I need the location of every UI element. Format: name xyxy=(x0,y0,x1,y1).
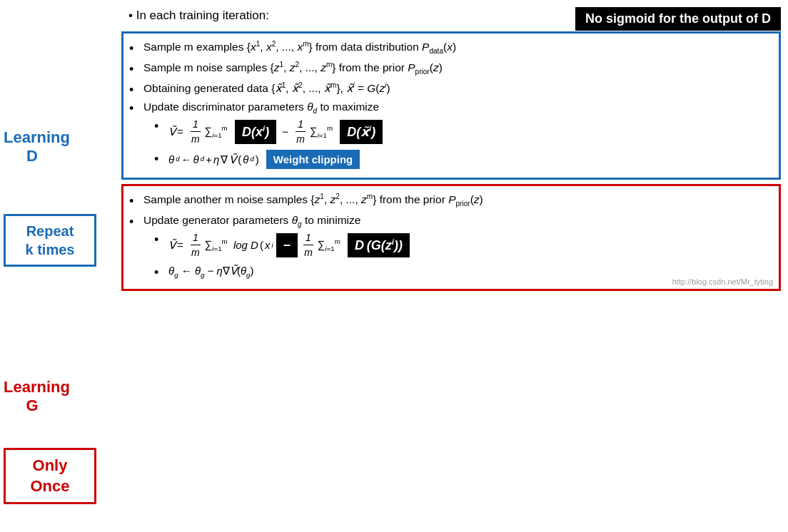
d-bullet-3: Obtaining generated data {x̃1, x̃2, ...,… xyxy=(129,81,770,97)
no-sigmoid-banner: No sigmoid for the output of D xyxy=(575,7,781,31)
d-xi-box: D(xi) xyxy=(235,120,276,144)
repeat-box: Repeat k times xyxy=(4,214,96,267)
d-bullet-4: Update discriminator parameters θd to ma… xyxy=(129,99,770,169)
d-formula-v: Ṽ = 1 m ∑i=1m D(xi) − 1 xyxy=(143,117,770,147)
frac-1: 1 m xyxy=(189,117,202,147)
g-bullet-2: Update generator parameters θg to minimi… xyxy=(129,213,770,280)
d-sub-list: Ṽ = 1 m ∑i=1m D(xi) − 1 xyxy=(143,117,770,169)
learning-g-label: Learning G xyxy=(4,378,61,416)
g-sub-list: Ṽ = 1 m ∑i=1m log D(xi − 1 xyxy=(143,230,770,280)
frac-g-1: 1 m xyxy=(189,230,202,260)
v-formula-line: Ṽ = 1 m ∑i=1m D(xi) − 1 xyxy=(168,117,770,147)
g-bullet-1: Sample another m noise samples {z1, z2, … xyxy=(129,192,770,210)
red-section: Sample another m noise samples {z1, z2, … xyxy=(121,184,781,290)
frac-g-2: 1 m xyxy=(302,230,315,260)
only-once-box: Only Once xyxy=(4,448,96,504)
left-labels: Learning D Repeat k times Learning G Onl… xyxy=(0,0,118,532)
weight-clipping-badge: Weight clipping xyxy=(266,150,360,170)
d-xtilde-box: D(x̃i) xyxy=(340,120,383,144)
sum-notation-2: ∑i=1m xyxy=(310,123,333,140)
frac-2: 1 m xyxy=(294,117,307,147)
sum-notation-g-2: ∑i=1m xyxy=(318,237,340,254)
content-area: No sigmoid for the output of D • In each… xyxy=(121,7,781,291)
sum-notation-1: ∑i=1m xyxy=(205,123,228,140)
d-bullet-list: Sample m examples {x1, x2, ..., xm} from… xyxy=(129,39,770,169)
g-formula-v: Ṽ = 1 m ∑i=1m log D(xi − 1 xyxy=(143,230,770,260)
g-v-formula-line: Ṽ = 1 m ∑i=1m log D(xi − 1 xyxy=(168,230,770,260)
blue-section: Sample m examples {x1, x2, ..., xm} from… xyxy=(121,31,781,180)
d-update-theta: θd ← θd + η∇Ṽ(θd) Weight clipping xyxy=(143,150,770,170)
theta-update-line: θd ← θd + η∇Ṽ(θd) Weight clipping xyxy=(168,150,770,170)
watermark: http://blog.csdn.net/Mr_tyting xyxy=(672,277,773,286)
main-container: Learning D Repeat k times Learning G Onl… xyxy=(0,0,788,532)
learning-d-label: Learning D xyxy=(4,128,61,166)
sum-notation-g-1: ∑i=1m xyxy=(205,237,228,254)
d-g-zi-box: D (G(zi)) xyxy=(348,233,410,257)
d-bullet-2: Sample m noise samples {z1, z2, ..., zm}… xyxy=(129,60,770,78)
d-bullet-1: Sample m examples {x1, x2, ..., xm} from… xyxy=(129,39,770,57)
minus-box-g: − xyxy=(276,233,298,257)
g-bullet-list: Sample another m noise samples {z1, z2, … xyxy=(129,192,770,280)
